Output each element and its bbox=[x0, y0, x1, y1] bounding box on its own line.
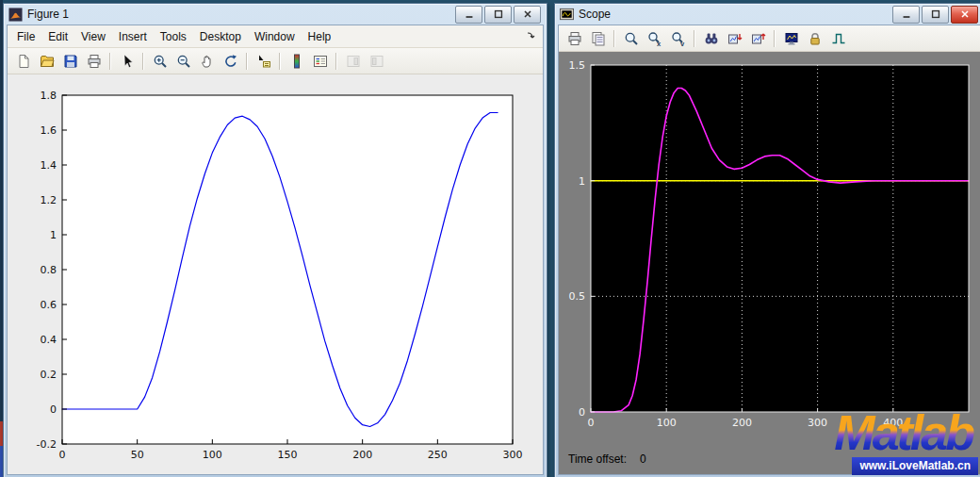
restore-axes-icon[interactable] bbox=[747, 28, 769, 48]
scope-maximize-button[interactable] bbox=[922, 6, 949, 24]
menu-item-edit[interactable]: Edit bbox=[41, 27, 74, 46]
svg-text:1.8: 1.8 bbox=[41, 90, 57, 102]
figure-window: Figure 1 FileEditViewInsertToolsDesktopW… bbox=[3, 3, 547, 477]
toolbar-separator bbox=[142, 53, 144, 70]
toolbar-separator bbox=[774, 30, 776, 47]
svg-text:1: 1 bbox=[579, 175, 585, 188]
floating-scope-icon[interactable] bbox=[780, 28, 802, 48]
svg-text:0.8: 0.8 bbox=[41, 264, 57, 276]
figure-window-body: FileEditViewInsertToolsDesktopWindowHelp… bbox=[7, 25, 544, 475]
svg-text:0: 0 bbox=[50, 403, 57, 416]
menu-item-desktop[interactable]: Desktop bbox=[193, 27, 248, 46]
signal-trigger-icon[interactable] bbox=[827, 28, 849, 48]
show-plot-tools-icon bbox=[366, 51, 387, 71]
toolbar-separator bbox=[109, 53, 111, 70]
scope-window: Scope xy 010020030040000.511.5 Time offs… bbox=[554, 3, 980, 477]
zoom-in-icon[interactable] bbox=[149, 51, 171, 71]
svg-text:0.5: 0.5 bbox=[569, 290, 586, 303]
figure-window-title: Figure 1 bbox=[27, 8, 69, 21]
figure-menu-items: FileEditViewInsertToolsDesktopWindowHelp bbox=[10, 27, 337, 46]
menu-item-file[interactable]: File bbox=[10, 27, 41, 46]
zoom-y-icon[interactable]: y bbox=[667, 28, 689, 48]
svg-text:100: 100 bbox=[657, 417, 677, 429]
data-cursor-icon[interactable] bbox=[253, 51, 274, 71]
toolbar-separator bbox=[335, 53, 337, 70]
zoom-x-icon[interactable]: x bbox=[644, 28, 665, 48]
svg-text:0: 0 bbox=[579, 406, 585, 419]
time-offset-label: Time offset: bbox=[568, 452, 627, 466]
svg-text:0.2: 0.2 bbox=[41, 369, 57, 381]
time-offset-value: 0 bbox=[640, 452, 646, 466]
menu-item-view[interactable]: View bbox=[74, 27, 112, 46]
svg-text:400: 400 bbox=[883, 417, 903, 429]
autoscale-icon[interactable] bbox=[700, 28, 722, 48]
svg-text:0: 0 bbox=[588, 417, 595, 429]
menu-item-help[interactable]: Help bbox=[302, 27, 338, 46]
print-icon[interactable] bbox=[83, 51, 105, 71]
figure-window-controls bbox=[455, 6, 542, 24]
scope-window-icon bbox=[560, 8, 574, 22]
zoom-out-icon[interactable] bbox=[172, 51, 194, 71]
svg-text:0.4: 0.4 bbox=[41, 334, 57, 346]
figure-maximize-button[interactable] bbox=[484, 6, 512, 24]
svg-text:1.2: 1.2 bbox=[41, 194, 57, 206]
toolbar-separator bbox=[694, 30, 695, 47]
figure-menubar: FileEditViewInsertToolsDesktopWindowHelp bbox=[8, 25, 543, 48]
time-offset-row: Time offset: 0 bbox=[568, 452, 646, 466]
lock-axes-icon[interactable] bbox=[804, 28, 825, 48]
svg-text:0.6: 0.6 bbox=[41, 299, 57, 311]
scope-titlebar[interactable]: Scope bbox=[558, 4, 980, 25]
svg-text:1.4: 1.4 bbox=[41, 159, 57, 172]
menu-item-insert[interactable]: Insert bbox=[112, 27, 154, 46]
figure-minimize-button[interactable] bbox=[455, 6, 482, 24]
scope-minimize-button[interactable] bbox=[892, 6, 920, 24]
colorbar-icon[interactable] bbox=[286, 51, 307, 71]
toolbar-separator bbox=[279, 53, 281, 70]
toolbar-separator bbox=[613, 30, 615, 47]
svg-text:200: 200 bbox=[732, 417, 752, 429]
scope-window-controls bbox=[892, 6, 979, 24]
open-folder-icon[interactable] bbox=[36, 51, 57, 71]
save-axes-icon[interactable] bbox=[724, 28, 745, 48]
svg-text:0: 0 bbox=[59, 449, 66, 461]
scope-close-button[interactable] bbox=[951, 6, 978, 24]
svg-text:50: 50 bbox=[131, 449, 144, 461]
svg-text:1.5: 1.5 bbox=[569, 59, 586, 72]
toolbar-separator bbox=[246, 53, 248, 70]
svg-text:300: 300 bbox=[808, 417, 827, 429]
hide-plot-tools-icon bbox=[342, 51, 364, 71]
rotate-3d-icon[interactable] bbox=[220, 51, 241, 71]
svg-text:300: 300 bbox=[503, 449, 523, 461]
scope-canvas: 010020030040000.511.5 Time offset: 0 bbox=[559, 52, 980, 474]
figure-plot-axes[interactable]: 050100150200250300-0.200.20.40.60.811.21… bbox=[9, 76, 541, 472]
svg-text:250: 250 bbox=[428, 449, 448, 461]
svg-text:1.6: 1.6 bbox=[41, 124, 57, 137]
svg-text:x: x bbox=[657, 39, 662, 46]
scope-plot-axes[interactable]: 010020030040000.511.5 bbox=[563, 54, 976, 436]
menu-item-tools[interactable]: Tools bbox=[154, 27, 193, 46]
pan-icon[interactable] bbox=[196, 51, 218, 71]
figure-canvas: 050100150200250300-0.200.20.40.60.811.21… bbox=[8, 74, 543, 474]
menu-item-window[interactable]: Window bbox=[248, 27, 302, 46]
parameters-icon[interactable] bbox=[587, 28, 609, 48]
svg-text:y: y bbox=[680, 39, 685, 46]
menubar-overflow-icon[interactable] bbox=[526, 32, 535, 41]
svg-text:1: 1 bbox=[50, 229, 57, 241]
figure-close-button[interactable] bbox=[514, 6, 541, 24]
matlab-figure-icon bbox=[8, 8, 23, 22]
svg-text:100: 100 bbox=[203, 449, 222, 461]
scope-window-title: Scope bbox=[579, 8, 611, 21]
pointer-icon[interactable] bbox=[116, 51, 138, 71]
zoom-icon[interactable] bbox=[620, 28, 642, 48]
print-icon[interactable] bbox=[564, 28, 585, 48]
svg-text:200: 200 bbox=[352, 449, 372, 461]
figure-titlebar[interactable]: Figure 1 bbox=[7, 4, 544, 25]
figure-toolbar bbox=[8, 48, 543, 74]
svg-text:150: 150 bbox=[278, 449, 298, 461]
scope-window-body: xy 010020030040000.511.5 Time offset: 0 bbox=[558, 25, 980, 475]
new-document-icon[interactable] bbox=[12, 51, 34, 71]
scope-toolbar: xy bbox=[559, 25, 980, 52]
svg-text:-0.2: -0.2 bbox=[37, 438, 57, 451]
legend-icon[interactable] bbox=[309, 51, 331, 71]
save-icon[interactable] bbox=[59, 51, 81, 71]
